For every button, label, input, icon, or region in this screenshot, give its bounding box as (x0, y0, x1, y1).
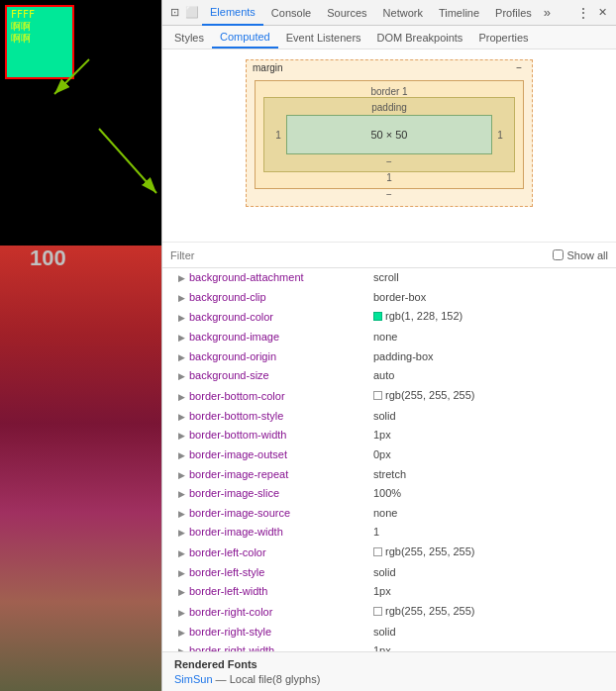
prop-value: 0px (373, 446, 391, 464)
prop-arrow-icon: ▶ (178, 350, 185, 364)
rendered-fonts-title: Rendered Fonts (174, 658, 604, 670)
color-swatch-empty[interactable] (373, 391, 382, 400)
padding-box: padding 1 50 × 50 1 − (263, 97, 515, 172)
table-row: ▶border-left-width1px (162, 582, 616, 602)
table-row: ▶border-right-colorrgb(255, 255, 255) (162, 602, 616, 623)
table-row: ▶border-bottom-colorrgb(255, 255, 255) (162, 386, 616, 407)
device-icon[interactable]: ⬜ (184, 5, 200, 21)
preview-box: FFFF 啊啊 啊啊 (5, 5, 74, 79)
box-model-diagram: margin − border 1 padding 1 50 × 50 1 − … (162, 49, 616, 243)
prop-value-text: rgb(255, 255, 255) (385, 387, 475, 405)
tab-elements[interactable]: Elements (202, 0, 263, 26)
margin-bottom-minus: − (255, 189, 524, 200)
table-row: ▶border-bottom-stylesolid (162, 407, 616, 427)
subtab-properties[interactable]: Properties (470, 26, 536, 49)
prop-value-text: solid (373, 564, 396, 582)
margin-minus: − (516, 62, 522, 73)
prop-value-text: 1 (373, 524, 379, 542)
prop-value-text: padding-box (373, 348, 434, 366)
properties-list: ▶background-attachmentscroll▶background-… (162, 268, 616, 651)
table-row: ▶border-bottom-width1px (162, 426, 616, 445)
show-all-checkbox[interactable] (553, 249, 564, 260)
subtab-dom-breakpoints[interactable]: DOM Breakpoints (369, 26, 471, 49)
border-label: border 1 (263, 86, 515, 97)
prop-arrow-icon: ▶ (178, 410, 185, 424)
prop-name: border-right-color (189, 604, 367, 622)
tab-timeline[interactable]: Timeline (431, 0, 487, 26)
table-row: ▶border-image-outset0px (162, 445, 616, 465)
prop-name: background-size (189, 367, 367, 385)
table-row: ▶background-imagenone (162, 328, 616, 347)
prop-arrow-icon: ▶ (178, 546, 185, 560)
prop-value-text: none (373, 505, 397, 523)
tab-sources[interactable]: Sources (319, 0, 374, 26)
prop-arrow-icon: ▶ (178, 606, 185, 620)
show-all-label[interactable]: Show all (553, 249, 608, 261)
content-size: 50 × 50 (370, 129, 407, 141)
prop-arrow-icon: ▶ (178, 429, 185, 443)
prop-value: padding-box (373, 348, 434, 366)
left-panel: FFFF 啊啊 啊啊 100 (0, 0, 161, 691)
tab-network[interactable]: Network (375, 0, 431, 26)
prop-name: border-bottom-color (189, 388, 367, 406)
toolbar-menu-button[interactable]: ⋮ (576, 5, 590, 21)
prop-name: background-origin (189, 348, 367, 366)
margin-label: margin (253, 62, 283, 73)
prop-arrow-icon: ▶ (178, 448, 185, 462)
subtab-styles[interactable]: Styles (166, 26, 212, 49)
prop-arrow-icon: ▶ (178, 390, 185, 404)
preview-text-3: 啊啊 (11, 33, 31, 45)
prop-name: border-left-style (189, 564, 367, 582)
prop-value-text: auto (373, 367, 394, 385)
tab-profiles[interactable]: Profiles (487, 0, 540, 26)
preview-text-2: 啊啊 (11, 21, 31, 33)
color-swatch-empty[interactable] (373, 547, 382, 556)
prop-value: none (373, 505, 397, 523)
prop-value-text: 1px (373, 642, 391, 651)
prop-name: border-image-outset (189, 446, 367, 464)
table-row: ▶background-sizeauto (162, 366, 616, 386)
prop-value: solid (373, 408, 396, 426)
prop-name: border-right-style (189, 624, 367, 642)
prop-value: stretch (373, 466, 406, 484)
prop-value: rgb(1, 228, 152) (373, 308, 462, 326)
table-row: ▶border-image-slice100% (162, 484, 616, 504)
tab-console[interactable]: Console (263, 0, 319, 26)
filter-input[interactable] (170, 249, 553, 261)
prop-name: background-attachment (189, 269, 367, 287)
table-row: ▶border-left-stylesolid (162, 563, 616, 583)
prop-value-text: solid (373, 624, 396, 642)
prop-name: border-left-width (189, 583, 367, 601)
more-tabs-button[interactable]: » (540, 5, 555, 20)
color-swatch-empty[interactable] (373, 607, 382, 616)
svg-line-2 (99, 129, 156, 193)
prop-value: 1px (373, 583, 391, 601)
prop-value-text: 1px (373, 583, 391, 601)
prop-arrow-icon: ▶ (178, 369, 185, 383)
prop-name: background-color (189, 309, 367, 327)
prop-arrow-icon: ▶ (178, 311, 185, 325)
prop-value: rgb(255, 255, 255) (373, 543, 475, 561)
prop-value: 1 (373, 524, 379, 542)
color-swatch[interactable] (373, 312, 382, 321)
prop-arrow-icon: ▶ (178, 291, 185, 305)
prop-value-text: solid (373, 408, 396, 426)
prop-arrow-icon: ▶ (178, 271, 185, 285)
prop-name: border-image-width (189, 524, 367, 542)
prop-value-text: stretch (373, 466, 406, 484)
subtab-computed[interactable]: Computed (212, 26, 278, 49)
devtools-toolbar: ⊡ ⬜ Elements Console Sources Network Tim… (162, 0, 616, 26)
table-row: ▶border-right-stylesolid (162, 623, 616, 642)
prop-value-text: rgb(1, 228, 152) (385, 308, 462, 326)
inspect-icon[interactable]: ⊡ (166, 5, 182, 21)
main-tabs: Elements Console Sources Network Timelin… (202, 0, 574, 26)
close-devtools-button[interactable]: ✕ (594, 5, 610, 21)
prop-value: scroll (373, 269, 399, 287)
subtabs-bar: Styles Computed Event Listeners DOM Brea… (162, 26, 616, 49)
prop-arrow-icon: ▶ (178, 526, 185, 540)
table-row: ▶background-originpadding-box (162, 347, 616, 367)
rendered-fonts-section: Rendered Fonts SimSun — Local file(8 gly… (162, 651, 616, 691)
prop-arrow-icon: ▶ (178, 331, 185, 345)
subtab-event-listeners[interactable]: Event Listeners (278, 26, 369, 49)
prop-value: none (373, 329, 397, 346)
